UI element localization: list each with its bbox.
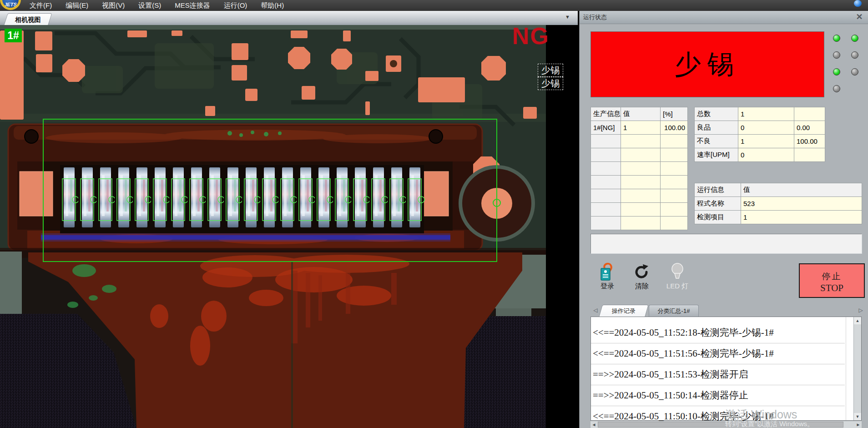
menu-settings[interactable]: 设置(S) [131,0,168,11]
flux-line [41,235,450,240]
table-cell [621,176,661,189]
menu-file[interactable]: 文件(F) [23,0,59,11]
table-cell [621,162,661,176]
inspection-result-text: NG [512,25,550,50]
view-tabstrip: 相机视图 ▼ [0,11,578,25]
table-cell: 程式名称 [695,197,741,211]
table-row [591,176,688,189]
menu-bar: JETS 文件(F) 编辑(E) 视图(V) 设置(S) MES连接器 运行(O… [0,0,868,11]
table-cell [621,135,661,148]
application-window: JETS 文件(F) 编辑(E) 视图(V) 设置(S) MES连接器 运行(O… [0,0,868,428]
tab-classification-summary[interactable]: 分类汇总-1# [649,305,699,317]
panel-title: 运行状态 [583,14,607,20]
log-entry: <<==2024-05-05_11:52:18-检测完毕-少锡-1# [591,322,845,343]
table-cell: 0 [738,121,794,135]
close-icon[interactable]: ✕ [855,12,864,21]
scroll-down-icon[interactable]: ▼ [854,413,861,420]
menu-mes-connector[interactable]: MES连接器 [168,0,217,11]
table-cell [591,162,621,176]
table-cell: 良品 [695,121,738,135]
status-panel: 运行状态 ✕ 少锡 生产信息 值 [%] 1#[NG]1100.00 总数1良品… [579,11,868,428]
table-row: 良品00.00 [695,121,825,135]
production-table: 生产信息 值 [%] 1#[NG]1100.00 [590,107,688,230]
table-cell: 1 [738,135,794,148]
table-cell [661,189,688,203]
table-cell: 1 [738,107,794,121]
table-header: [%] [661,107,688,121]
status-light-off [833,85,840,92]
table-cell [661,135,688,148]
clear-label: 清除 [635,282,649,290]
table-cell: 不良 [695,135,738,148]
table-cell: 1 [741,211,862,224]
led-light-button[interactable]: LED 灯 [660,262,695,297]
table-cell [661,148,688,162]
table-row: 不良1100.00 [695,135,825,148]
table-row [591,217,688,230]
clear-button[interactable]: 清除 [627,262,657,297]
window-orb-icon [854,0,862,7]
table-cell: 检测项目 [695,211,741,224]
table-cell [661,162,688,176]
table-header: 值 [741,183,862,197]
scroll-left-icon[interactable]: ◄ [590,421,597,428]
table-header-row: 运行信息 值 [695,183,862,197]
menu-view[interactable]: 视图(V) [95,0,131,11]
log-column-divider [846,317,846,420]
scroll-up-icon[interactable]: ▲ [854,317,861,324]
message-box[interactable] [590,234,862,254]
table-cell [621,148,661,162]
table-cell [591,189,621,203]
windows-activation-watermark-sub: 转到“设置”以激活 Windows。 [725,420,814,428]
table-cell [661,176,688,189]
status-light-off [833,51,840,59]
menu-help[interactable]: 帮助(H) [254,0,291,11]
table-row [591,203,688,217]
log-entries: <<==2024-05-05_11:52:18-检测完毕-少锡-1#<<==20… [591,322,845,427]
table-cell [621,217,661,230]
tab-operation-log-label: 操作记录 [601,305,646,317]
tab-camera-view[interactable]: 相机视图 [4,13,52,25]
statistics-table: 总数1良品00.00不良1100.00速率[UPM]0 [694,107,825,162]
login-button[interactable]: 登录 [592,262,622,297]
login-label: 登录 [601,282,614,290]
table-cell: 0 [738,148,794,162]
log-tabs-left-arrow-icon[interactable]: ◁ [592,306,599,314]
log-tabstrip: ◁ 操作记录 分类汇总-1# ▷ [580,304,868,317]
station-badge: 1# [5,29,22,42]
tab-camera-view-label: 相机视图 [6,14,50,25]
vertical-scrollbar[interactable]: ▲ ▼ [853,317,861,420]
table-row [591,148,688,162]
tabstrip-dropdown-icon[interactable]: ▼ [565,14,570,20]
log-entry: ==>>2024-05-05_11:50:14-检测器停止 [591,385,845,406]
table-cell: 1 [621,121,661,135]
log-tabs-right-arrow-icon[interactable]: ▷ [857,306,864,314]
log-entry: <<==2024-05-05_11:51:56-检测完毕-少锡-1# [591,343,845,364]
table-cell: 100.00 [794,135,825,148]
scroll-right-icon[interactable]: ► [855,421,862,428]
table-row [591,135,688,148]
connector-end-pad-left [20,171,53,216]
table-cell [621,189,661,203]
flex-cable [0,248,546,428]
operation-log-panel: <<==2024-05-05_11:52:18-检测完毕-少锡-1#<<==20… [590,317,862,421]
menu-run[interactable]: 运行(O) [217,0,254,11]
stop-button[interactable]: 停止 STOP [799,263,865,298]
table-cell: 1#[NG] [591,121,621,135]
result-banner-text: 少锡 [675,47,740,82]
table-cell [591,217,621,230]
led-bulb-icon [660,262,695,282]
table-header: 运行信息 [695,183,741,197]
defect-label: 少锡 [538,64,563,77]
table-cell [794,107,825,121]
stop-label-cn: 停止 [800,271,864,282]
menu-edit[interactable]: 编辑(E) [59,0,95,11]
table-cell: 0.00 [794,121,825,135]
panel-title-bar: 运行状态 ✕ [580,11,868,24]
menu-items: 文件(F) 编辑(E) 视图(V) 设置(S) MES连接器 运行(O) 帮助(… [23,0,291,11]
table-cell [794,148,825,162]
table-header: 值 [621,107,661,121]
log-entry: ==>>2024-05-05_11:51:53-检测器开启 [591,364,845,385]
table-cell [591,135,621,148]
tab-operation-log[interactable]: 操作记录 [599,305,649,317]
